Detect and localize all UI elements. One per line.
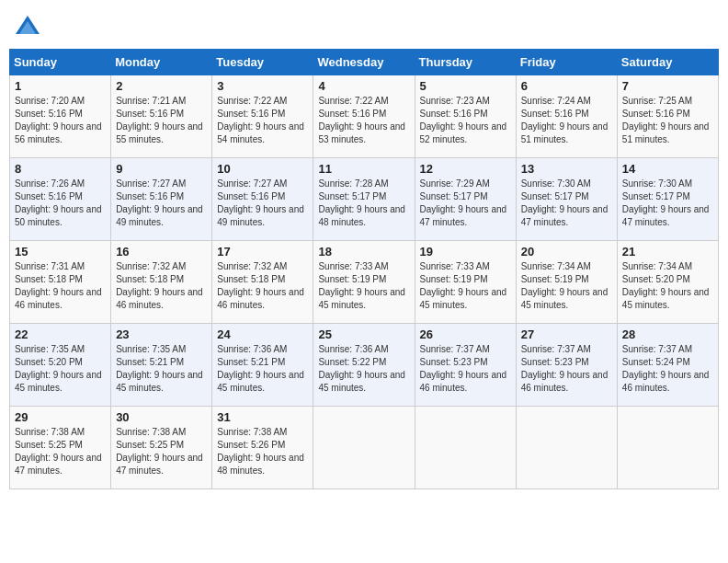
day-info: Sunrise: 7:27 AMSunset: 5:16 PMDaylight:… (217, 178, 308, 229)
day-number: 1 (15, 79, 106, 93)
page-header (9, 9, 719, 41)
calendar-day-cell: 31Sunrise: 7:38 AMSunset: 5:26 PMDayligh… (212, 407, 313, 489)
day-of-week-header: Sunday (10, 50, 111, 75)
day-info: Sunrise: 7:28 AMSunset: 5:17 PMDaylight:… (318, 178, 409, 229)
day-number: 16 (116, 245, 207, 259)
day-of-week-header: Tuesday (212, 50, 313, 75)
day-info: Sunrise: 7:34 AMSunset: 5:20 PMDaylight:… (622, 260, 713, 312)
day-number: 22 (15, 327, 106, 341)
day-info: Sunrise: 7:20 AMSunset: 5:16 PMDaylight:… (15, 95, 106, 146)
day-info: Sunrise: 7:37 AMSunset: 5:24 PMDaylight:… (622, 343, 713, 395)
day-info: Sunrise: 7:30 AMSunset: 5:17 PMDaylight:… (622, 178, 713, 229)
calendar-day-cell: 12Sunrise: 7:29 AMSunset: 5:17 PMDayligh… (415, 158, 516, 241)
day-number: 30 (116, 410, 207, 424)
day-number: 26 (420, 327, 511, 341)
day-info: Sunrise: 7:32 AMSunset: 5:18 PMDaylight:… (217, 260, 308, 312)
day-number: 19 (420, 245, 511, 259)
day-number: 12 (420, 162, 511, 176)
calendar-day-cell: 17Sunrise: 7:32 AMSunset: 5:18 PMDayligh… (212, 241, 313, 324)
day-number: 9 (116, 162, 207, 176)
calendar-day-cell: 28Sunrise: 7:37 AMSunset: 5:24 PMDayligh… (617, 324, 718, 407)
calendar-day-cell: 13Sunrise: 7:30 AMSunset: 5:17 PMDayligh… (516, 158, 617, 241)
calendar-day-cell: 6Sunrise: 7:24 AMSunset: 5:16 PMDaylight… (516, 75, 617, 158)
calendar-week-row: 22Sunrise: 7:35 AMSunset: 5:20 PMDayligh… (10, 324, 719, 407)
day-info: Sunrise: 7:21 AMSunset: 5:16 PMDaylight:… (116, 95, 207, 146)
calendar-day-cell: 26Sunrise: 7:37 AMSunset: 5:23 PMDayligh… (415, 324, 516, 407)
calendar-day-cell: 19Sunrise: 7:33 AMSunset: 5:19 PMDayligh… (415, 241, 516, 324)
calendar-week-row: 15Sunrise: 7:31 AMSunset: 5:18 PMDayligh… (10, 241, 719, 324)
calendar-day-cell: 9Sunrise: 7:27 AMSunset: 5:16 PMDaylight… (111, 158, 212, 241)
day-info: Sunrise: 7:32 AMSunset: 5:18 PMDaylight:… (116, 260, 207, 312)
day-info: Sunrise: 7:34 AMSunset: 5:19 PMDaylight:… (521, 260, 612, 312)
day-info: Sunrise: 7:37 AMSunset: 5:23 PMDaylight:… (521, 343, 612, 395)
day-number: 24 (217, 327, 308, 341)
day-info: Sunrise: 7:36 AMSunset: 5:21 PMDaylight:… (217, 343, 308, 395)
calendar-day-cell (617, 407, 718, 489)
day-info: Sunrise: 7:38 AMSunset: 5:26 PMDaylight:… (217, 426, 308, 477)
calendar-week-row: 29Sunrise: 7:38 AMSunset: 5:25 PMDayligh… (10, 407, 719, 489)
day-info: Sunrise: 7:22 AMSunset: 5:16 PMDaylight:… (318, 95, 409, 146)
calendar-day-cell: 7Sunrise: 7:25 AMSunset: 5:16 PMDaylight… (617, 75, 718, 158)
calendar-day-cell: 2Sunrise: 7:21 AMSunset: 5:16 PMDaylight… (111, 75, 212, 158)
calendar-week-row: 1Sunrise: 7:20 AMSunset: 5:16 PMDaylight… (10, 75, 719, 158)
day-number: 5 (420, 79, 511, 93)
day-number: 28 (622, 327, 713, 341)
calendar-week-row: 8Sunrise: 7:26 AMSunset: 5:16 PMDaylight… (10, 158, 719, 241)
day-info: Sunrise: 7:23 AMSunset: 5:16 PMDaylight:… (420, 95, 511, 146)
day-info: Sunrise: 7:24 AMSunset: 5:16 PMDaylight:… (521, 95, 612, 146)
day-number: 31 (217, 410, 308, 424)
day-of-week-header: Monday (111, 50, 212, 75)
calendar-day-cell (415, 407, 516, 489)
day-info: Sunrise: 7:31 AMSunset: 5:18 PMDaylight:… (15, 260, 106, 312)
day-of-week-header: Wednesday (313, 50, 415, 75)
calendar-day-cell: 24Sunrise: 7:36 AMSunset: 5:21 PMDayligh… (212, 324, 313, 407)
calendar-day-cell: 5Sunrise: 7:23 AMSunset: 5:16 PMDaylight… (415, 75, 516, 158)
day-info: Sunrise: 7:35 AMSunset: 5:21 PMDaylight:… (116, 343, 207, 395)
logo (14, 14, 45, 41)
day-number: 25 (318, 327, 409, 341)
calendar-day-cell: 18Sunrise: 7:33 AMSunset: 5:19 PMDayligh… (313, 241, 415, 324)
day-info: Sunrise: 7:22 AMSunset: 5:16 PMDaylight:… (217, 95, 308, 146)
day-number: 2 (116, 79, 207, 93)
calendar-day-cell: 29Sunrise: 7:38 AMSunset: 5:25 PMDayligh… (10, 407, 111, 489)
day-number: 15 (15, 245, 106, 259)
day-number: 7 (622, 79, 713, 93)
day-info: Sunrise: 7:33 AMSunset: 5:19 PMDaylight:… (420, 260, 511, 312)
day-info: Sunrise: 7:36 AMSunset: 5:22 PMDaylight:… (318, 343, 409, 395)
calendar-day-cell: 25Sunrise: 7:36 AMSunset: 5:22 PMDayligh… (313, 324, 415, 407)
day-number: 27 (521, 327, 612, 341)
calendar-day-cell: 14Sunrise: 7:30 AMSunset: 5:17 PMDayligh… (617, 158, 718, 241)
day-info: Sunrise: 7:33 AMSunset: 5:19 PMDaylight:… (318, 260, 409, 312)
calendar-day-cell: 30Sunrise: 7:38 AMSunset: 5:25 PMDayligh… (111, 407, 212, 489)
day-of-week-header: Friday (516, 50, 617, 75)
calendar-day-cell: 20Sunrise: 7:34 AMSunset: 5:19 PMDayligh… (516, 241, 617, 324)
day-number: 3 (217, 79, 308, 93)
calendar-day-cell: 8Sunrise: 7:26 AMSunset: 5:16 PMDaylight… (10, 158, 111, 241)
day-of-week-header: Saturday (617, 50, 718, 75)
day-number: 13 (521, 162, 612, 176)
calendar-day-cell: 27Sunrise: 7:37 AMSunset: 5:23 PMDayligh… (516, 324, 617, 407)
day-info: Sunrise: 7:38 AMSunset: 5:25 PMDaylight:… (116, 426, 207, 477)
day-number: 8 (15, 162, 106, 176)
calendar-day-cell (516, 407, 617, 489)
day-info: Sunrise: 7:26 AMSunset: 5:16 PMDaylight:… (15, 178, 106, 229)
logo-icon (14, 14, 41, 41)
day-info: Sunrise: 7:29 AMSunset: 5:17 PMDaylight:… (420, 178, 511, 229)
calendar-header-row: SundayMondayTuesdayWednesdayThursdayFrid… (10, 50, 719, 75)
day-number: 18 (318, 245, 409, 259)
day-info: Sunrise: 7:27 AMSunset: 5:16 PMDaylight:… (116, 178, 207, 229)
day-number: 4 (318, 79, 409, 93)
day-info: Sunrise: 7:35 AMSunset: 5:20 PMDaylight:… (15, 343, 106, 395)
day-info: Sunrise: 7:38 AMSunset: 5:25 PMDaylight:… (15, 426, 106, 477)
calendar-day-cell: 3Sunrise: 7:22 AMSunset: 5:16 PMDaylight… (212, 75, 313, 158)
day-number: 29 (15, 410, 106, 424)
calendar-day-cell: 11Sunrise: 7:28 AMSunset: 5:17 PMDayligh… (313, 158, 415, 241)
day-of-week-header: Thursday (415, 50, 516, 75)
day-number: 10 (217, 162, 308, 176)
day-number: 17 (217, 245, 308, 259)
day-info: Sunrise: 7:30 AMSunset: 5:17 PMDaylight:… (521, 178, 612, 229)
day-number: 14 (622, 162, 713, 176)
calendar-day-cell (313, 407, 415, 489)
day-info: Sunrise: 7:25 AMSunset: 5:16 PMDaylight:… (622, 95, 713, 146)
calendar-day-cell: 15Sunrise: 7:31 AMSunset: 5:18 PMDayligh… (10, 241, 111, 324)
